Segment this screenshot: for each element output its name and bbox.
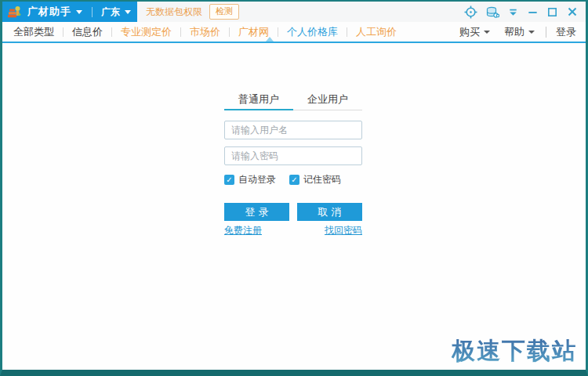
buy-menu[interactable]: 购买 bbox=[459, 25, 490, 39]
login-button[interactable]: 登 录 bbox=[224, 203, 289, 221]
nav-tab-info-price[interactable]: 信息价 bbox=[72, 25, 103, 39]
app-title-menu[interactable]: 广材助手 bbox=[27, 5, 71, 19]
watermark-text: 极速下载站 bbox=[452, 335, 577, 367]
main-content: 普通用户 企业用户 自动登录 记住密码 登 录 取 消 免费 bbox=[2, 45, 586, 370]
checkbox-checked-icon bbox=[224, 175, 234, 185]
app-window: 广材助手 广东 无数据包权限 检测 bbox=[0, 0, 588, 376]
titlebar: 广材助手 广东 无数据包权限 检测 bbox=[2, 2, 586, 22]
cancel-button[interactable]: 取 消 bbox=[297, 203, 362, 221]
collapse-icon[interactable] bbox=[507, 6, 519, 18]
permission-status-text: 无数据包权限 bbox=[146, 5, 202, 19]
free-register-link[interactable]: 免费注册 bbox=[224, 224, 262, 237]
button-row: 登 录 取 消 bbox=[224, 203, 362, 221]
password-input[interactable] bbox=[224, 146, 362, 165]
minimize-icon[interactable] bbox=[527, 6, 539, 18]
remember-password-label: 记住密码 bbox=[303, 173, 341, 186]
region-selector[interactable]: 广东 bbox=[101, 5, 120, 19]
active-tab-notch bbox=[266, 37, 274, 42]
checkbox-row: 自动登录 记住密码 bbox=[224, 173, 362, 186]
auto-login-checkbox[interactable]: 自动登录 bbox=[224, 173, 276, 186]
login-panel: 普通用户 企业用户 自动登录 记住密码 登 录 取 消 免费 bbox=[224, 89, 362, 237]
tab-normal-user[interactable]: 普通用户 bbox=[224, 89, 293, 110]
help-menu-label: 帮助 bbox=[504, 25, 524, 39]
region-caret-icon[interactable] bbox=[125, 10, 131, 14]
nav-tab-market-price[interactable]: 市场价 bbox=[190, 25, 220, 39]
buy-caret-icon bbox=[484, 31, 490, 34]
top-login-button[interactable]: 登录 bbox=[556, 25, 576, 39]
tab-separator bbox=[278, 27, 278, 37]
tab-separator bbox=[180, 27, 181, 37]
titlebar-left-section: 广材助手 广东 bbox=[2, 2, 137, 22]
remember-password-checkbox[interactable]: 记住密码 bbox=[289, 173, 341, 186]
maximize-icon[interactable] bbox=[546, 6, 558, 18]
tab-separator bbox=[229, 27, 230, 37]
nav-toolbar: 全部类型 信息价 专业测定价 市场价 广材网 个人价格库 人工询价 购买 帮助 … bbox=[2, 22, 586, 43]
forgot-password-link[interactable]: 找回密码 bbox=[325, 224, 362, 237]
tab-separator bbox=[63, 27, 64, 37]
toolbar-right-menu: 购买 帮助 登录 bbox=[459, 25, 576, 39]
tab-separator bbox=[111, 27, 112, 37]
login-tabs: 普通用户 企业用户 bbox=[224, 89, 362, 110]
nav-tab-gc-net[interactable]: 广材网 bbox=[238, 25, 269, 39]
checkbox-checked-icon bbox=[289, 175, 299, 185]
titlebar-divider bbox=[92, 7, 93, 17]
help-menu[interactable]: 帮助 bbox=[504, 25, 535, 39]
nav-tab-professional-price[interactable]: 专业测定价 bbox=[121, 25, 172, 39]
data-package-icon[interactable] bbox=[485, 5, 499, 19]
locate-icon[interactable] bbox=[464, 5, 477, 19]
check-permission-button[interactable]: 检测 bbox=[209, 4, 239, 20]
auto-login-label: 自动登录 bbox=[238, 173, 276, 186]
app-logo-icon bbox=[7, 5, 22, 20]
tab-enterprise-user[interactable]: 企业用户 bbox=[293, 89, 362, 110]
app-title-caret-icon[interactable] bbox=[76, 10, 82, 14]
window-controls bbox=[464, 5, 586, 19]
nav-tab-all-types[interactable]: 全部类型 bbox=[13, 25, 54, 39]
link-row: 免费注册 找回密码 bbox=[224, 224, 362, 237]
nav-tab-personal-price-lib[interactable]: 个人价格库 bbox=[287, 25, 338, 39]
buy-menu-label: 购买 bbox=[459, 25, 480, 39]
menu-divider bbox=[546, 27, 546, 38]
username-input[interactable] bbox=[224, 121, 362, 139]
help-caret-icon bbox=[528, 31, 535, 34]
close-icon[interactable] bbox=[566, 5, 579, 18]
tab-separator bbox=[347, 27, 347, 37]
nav-tab-manual-inquiry[interactable]: 人工询价 bbox=[356, 25, 397, 39]
